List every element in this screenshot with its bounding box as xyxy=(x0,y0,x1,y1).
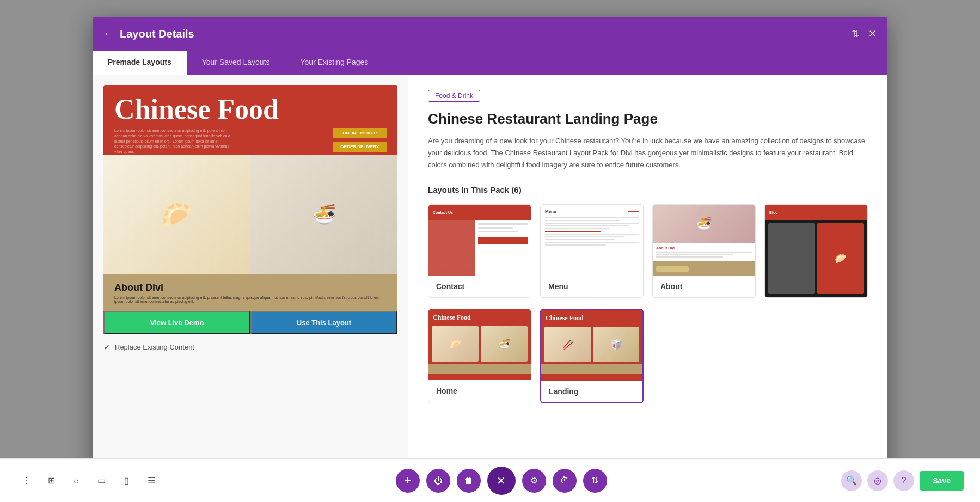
trash-button[interactable]: 🗑 xyxy=(457,469,481,493)
replace-content-label: Replace Existing Content xyxy=(115,343,194,351)
right-panel: Food & Drink Chinese Restaurant Landing … xyxy=(408,75,887,485)
preview-lorem-text: Lorem ipsum dolor sit amet consectetur a… xyxy=(114,128,234,155)
dots-menu-button[interactable]: ⋮ xyxy=(16,471,36,491)
food-image-right: 🍜 xyxy=(250,155,397,274)
layout-thumbnail-about: 🍜 About Divi xyxy=(653,205,755,276)
layout-card-label-blog: Blog xyxy=(765,297,867,298)
history-button[interactable]: ⏱ xyxy=(553,469,577,493)
layout-card-label-contact: Contact xyxy=(428,276,531,297)
toolbar-left: ⋮ ⊞ ⌕ ▭ ▯ ☰ xyxy=(16,471,161,491)
tabs-container: Premade Layouts Your Saved Layouts Your … xyxy=(93,51,887,75)
tab-premade-layouts[interactable]: Premade Layouts xyxy=(93,51,187,75)
power-button[interactable]: ⏻ xyxy=(426,469,450,493)
back-icon[interactable]: ← xyxy=(103,28,113,40)
toolbar-center: + ⏻ 🗑 ✕ ⚙ ⏱ ⇅ xyxy=(396,467,607,495)
bottom-toolbar: ⋮ ⊞ ⌕ ▭ ▯ ☰ + ⏻ 🗑 ✕ ⚙ ⏱ ⇅ 🔍 ◎ ? Save xyxy=(0,458,980,502)
sliders-button[interactable]: ⇅ xyxy=(583,469,607,493)
layout-thumbnail-home: Chinese Food 🥟 🍜 xyxy=(428,309,531,380)
layout-card-label-home: Home xyxy=(428,380,531,402)
modal-header: ← Layout Details ⇅ ✕ xyxy=(93,17,887,51)
layout-card-blog[interactable]: Blog 🥟 Blog xyxy=(764,204,868,298)
use-this-layout-button[interactable]: Use This Layout xyxy=(250,311,397,334)
close-icon-button[interactable]: ✕ xyxy=(868,28,877,40)
about-title: About Divi xyxy=(114,282,387,293)
save-button[interactable]: Save xyxy=(920,471,964,491)
layout-card-label-menu: Menu xyxy=(541,276,643,297)
layout-title: Chinese Restaurant Landing Page xyxy=(428,111,868,127)
layout-card-landing[interactable]: Chinese Food 🥢 🥡 Landing xyxy=(540,309,644,403)
layout-thumbnail-blog: Blog 🥟 xyxy=(765,205,867,297)
header-actions: ⇅ ✕ xyxy=(852,28,877,40)
modal-overlay: ← Layout Details ⇅ ✕ Premade Layouts You… xyxy=(0,0,980,502)
bowl-food-icon: 🍜 xyxy=(312,203,336,226)
layout-thumbnail-contact: Contact Us xyxy=(428,205,531,276)
grid-view-button[interactable]: ⊞ xyxy=(41,471,61,491)
preview-title: Chinese Food xyxy=(114,95,387,124)
check-icon: ✓ xyxy=(103,342,111,352)
circle-icon-button[interactable]: ◎ xyxy=(867,470,888,491)
mobile-view-button[interactable]: ☰ xyxy=(142,471,161,491)
layouts-grid-row1: Contact Us xyxy=(428,204,868,298)
preview-food-images: 🥟 🍜 xyxy=(103,155,397,274)
layout-card-label-about: About xyxy=(653,276,755,297)
food-image-left: 🥟 xyxy=(103,155,250,274)
order-delivery-button[interactable]: ORDER DELIVERY xyxy=(333,142,387,152)
online-pickup-button[interactable]: ONLINE PICKUP xyxy=(333,128,387,138)
preview-about-section: About Divi Lorem ipsum dolor sit amet co… xyxy=(103,274,397,311)
monitor-view-button[interactable]: ▭ xyxy=(91,471,111,491)
layout-card-menu[interactable]: Menu xyxy=(540,204,644,298)
tablet-view-button[interactable]: ▯ xyxy=(117,471,136,491)
question-icon-button[interactable]: ? xyxy=(893,470,914,491)
online-buttons: ONLINE PICKUP ORDER DELIVERY xyxy=(333,128,387,152)
modal-title: Layout Details xyxy=(120,28,852,40)
layout-details-modal: ← Layout Details ⇅ ✕ Premade Layouts You… xyxy=(93,17,887,485)
gear-button[interactable]: ⚙ xyxy=(522,469,546,493)
tab-existing-pages[interactable]: Your Existing Pages xyxy=(285,51,384,75)
add-module-button[interactable]: + xyxy=(396,469,420,493)
layout-card-contact[interactable]: Contact Us xyxy=(428,204,531,298)
close-button[interactable]: ✕ xyxy=(487,467,516,495)
layout-card-home[interactable]: Chinese Food 🥟 🍜 Home xyxy=(428,309,531,403)
layout-description: Are you dreaming of a new look for your … xyxy=(428,135,868,171)
layout-card-label-landing: Landing xyxy=(541,381,642,402)
left-panel: Chinese Food Lorem ipsum dolor sit amet … xyxy=(93,75,408,485)
modal-body: Chinese Food Lorem ipsum dolor sit amet … xyxy=(93,75,887,485)
layout-card-about[interactable]: 🍜 About Divi About xyxy=(652,204,756,298)
pack-label: Layouts In This Pack (6) xyxy=(428,185,868,194)
tab-saved-layouts[interactable]: Your Saved Layouts xyxy=(187,51,285,75)
layout-preview: Chinese Food Lorem ipsum dolor sit amet … xyxy=(103,85,397,334)
search-icon-button[interactable]: 🔍 xyxy=(841,470,862,491)
layout-thumbnail-landing: Chinese Food 🥢 🥡 xyxy=(541,310,642,381)
search-button[interactable]: ⌕ xyxy=(66,471,86,491)
preview-action-buttons: View Live Demo Use This Layout xyxy=(103,311,397,334)
layout-thumbnail-menu: Menu xyxy=(541,205,643,276)
category-badge: Food & Drink xyxy=(428,90,480,102)
chopstick-food-icon: 🥟 xyxy=(161,199,193,230)
layouts-grid-row2: Chinese Food 🥟 🍜 Home xyxy=(428,309,868,403)
toolbar-right: 🔍 ◎ ? Save xyxy=(841,470,964,491)
about-desc: Lorem ipsum dolor sit amet consectetur a… xyxy=(114,296,387,303)
view-live-demo-button[interactable]: View Live Demo xyxy=(103,311,250,334)
settings-icon-button[interactable]: ⇅ xyxy=(852,28,860,40)
replace-content-row: ✓ Replace Existing Content xyxy=(103,342,397,352)
